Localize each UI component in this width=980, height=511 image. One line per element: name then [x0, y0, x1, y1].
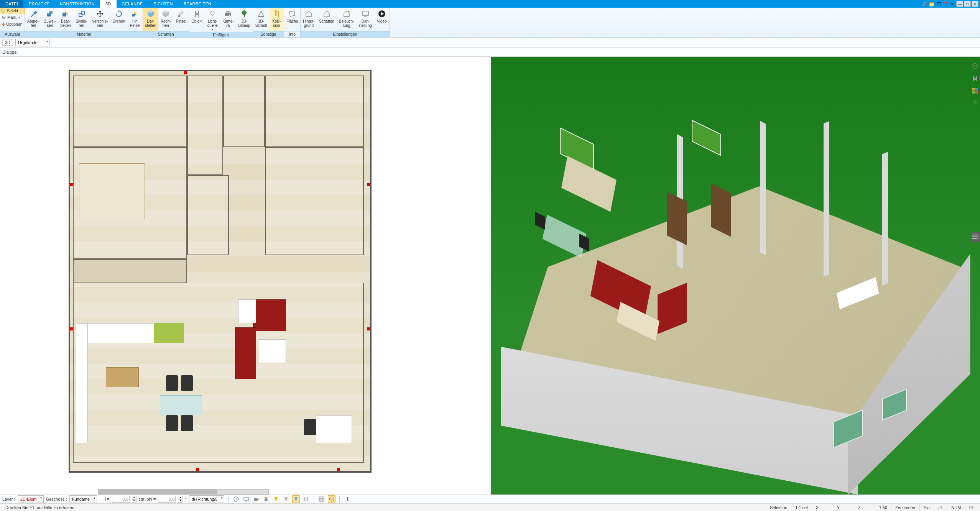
btn-3dbitmap[interactable]: 3D- Bitmap [236, 8, 253, 32]
move-icon [95, 9, 105, 19]
lbl-verschieben: Verschie- ben [92, 19, 108, 28]
view-tab-3d[interactable]: 3D [2, 39, 13, 46]
btn-hinpinsel[interactable]: Hin. Pinsel [127, 8, 143, 31]
auswahl-selekt[interactable]: Selekt [0, 7, 25, 14]
tree-view-icon[interactable] [971, 99, 979, 107]
btn-darstellen[interactable]: Dar- stellen [143, 7, 158, 31]
status-y: Y: [833, 504, 854, 511]
btn-verschieben[interactable]: Verschie- ben [90, 8, 110, 31]
btn-3dschnitt[interactable]: 3D- Schnitt [253, 8, 270, 31]
btn-darstellung[interactable]: Dar- stellung [356, 8, 374, 31]
help-icon[interactable]: ❓ [942, 1, 949, 7]
btn-zuweisen[interactable]: Zuwei- sen [42, 8, 58, 31]
window-icon[interactable]: 🗔 [936, 1, 942, 7]
btn-flaeche[interactable]: Fläche [284, 8, 300, 31]
dropdown-icon[interactable]: ▾ [949, 1, 955, 7]
svg-rect-12 [198, 11, 199, 17]
svg-rect-43 [347, 497, 348, 498]
palette-icon[interactable] [971, 87, 979, 95]
svg-rect-19 [244, 15, 245, 17]
svg-rect-44 [347, 498, 348, 501]
group-einstellungen-label: Einstellungen [301, 31, 389, 37]
menu-3d[interactable]: 3D [100, 0, 117, 8]
richtung-combo[interactable] [189, 495, 224, 503]
monitor-small-icon[interactable] [242, 495, 250, 503]
btn-lichtquelle[interactable]: Licht- quelle▾ [205, 8, 220, 32]
layers-outline-icon[interactable] [302, 495, 310, 503]
btn-schatten-set[interactable]: Schatten [317, 8, 336, 31]
menu-datei[interactable]: DATEI [0, 0, 23, 8]
clock-icon[interactable] [232, 495, 240, 503]
phi-input[interactable] [158, 496, 176, 503]
lbl-hinpinsel: Hin. Pinsel [130, 19, 140, 28]
btn-bearbeiten[interactable]: Bear- beiten [58, 8, 73, 31]
btn-rechnen[interactable]: Rech- nen [158, 8, 173, 31]
layers-icon[interactable] [971, 62, 979, 71]
info-icon[interactable] [344, 495, 351, 503]
tools-icon[interactable]: 🛠️ [922, 1, 928, 7]
view-2d[interactable] [0, 57, 489, 495]
main-area [0, 57, 980, 495]
status-scale: 1:50 [875, 504, 891, 511]
menu-gelaende[interactable]: GELÄNDE [117, 0, 148, 8]
status-selektion: Selektion [766, 504, 791, 511]
layers-grey-icon[interactable] [282, 495, 290, 503]
plus-icon: ✚ [2, 22, 5, 26]
geschoss-combo[interactable] [69, 495, 97, 503]
layers-blue-icon[interactable] [292, 495, 300, 503]
monitor-icon [360, 9, 370, 19]
section-icon [256, 9, 266, 19]
auswahl-mark[interactable]: Mark.▾ [0, 14, 25, 21]
btn-objekt[interactable]: Objekt [189, 8, 205, 32]
target-icon [2, 15, 6, 20]
group-einstellungen: Hinter- grund Schatten Beleuch- tung Dar… [301, 8, 390, 37]
camera-small-icon[interactable] [252, 495, 260, 503]
group-sonstige-label: Sonstige [253, 31, 284, 37]
btn-skalieren[interactable]: Skalie- ren [73, 8, 90, 31]
btn-beleuchtung[interactable]: Beleuch- tung [337, 8, 356, 31]
l-input[interactable] [112, 496, 130, 503]
svg-rect-14 [212, 15, 213, 16]
floor-plan[interactable] [69, 70, 372, 473]
maximize-button[interactable]: □ [964, 1, 971, 7]
auswahl-optionen[interactable]: ✚ Optionen [0, 21, 25, 28]
scale-icon [77, 9, 87, 19]
menu-sichten[interactable]: SICHTEN [148, 0, 178, 8]
minimize-button[interactable]: — [956, 1, 963, 7]
l-label: l = [105, 497, 110, 501]
view-3d[interactable] [491, 57, 980, 495]
svg-point-17 [228, 11, 230, 13]
layers-yellow-icon[interactable] [272, 495, 280, 503]
btn-video[interactable]: Video [374, 8, 390, 31]
layer-combo[interactable] [18, 495, 44, 503]
btn-abgreifen[interactable]: Abgrei- fen [25, 8, 42, 31]
tools-bar: Layer : Geschoss : l = ▲▼ cm phi = ▲▼ ° … [0, 495, 980, 503]
grid-icon[interactable] [318, 495, 326, 503]
svg-rect-26 [364, 16, 367, 16]
combo-urgel[interactable] [15, 39, 50, 46]
l-spinner[interactable]: ▲▼ [132, 496, 136, 503]
layers-colored-icon[interactable] [262, 495, 270, 503]
folder-icon[interactable]: 🗂️ [929, 1, 935, 7]
close-button[interactable]: × [972, 1, 978, 7]
view2d-hscrollbar[interactable] [98, 489, 269, 495]
btn-drehen[interactable]: Drehen [110, 8, 128, 31]
svg-rect-11 [195, 11, 196, 17]
menu-konstruktion[interactable]: KONSTRUKTION [54, 0, 100, 8]
btn-kamera[interactable]: Kame- ra [220, 8, 236, 32]
btn-kollision[interactable]: Kolli- sion [269, 7, 284, 31]
tree-icon [239, 9, 249, 19]
menu-projekt[interactable]: PROJEKT [23, 0, 54, 8]
side-panel-handle[interactable] [971, 232, 980, 242]
chair-view-icon[interactable] [971, 74, 979, 83]
panel-row-1: 3D [0, 38, 980, 48]
person-icon [271, 9, 281, 19]
phi-spinner[interactable]: ▲▼ [178, 496, 183, 503]
camera-icon [223, 9, 233, 19]
btn-pinsel[interactable]: Pinsel [173, 8, 189, 31]
menu-bearbeiten[interactable]: BEARBEITEN [178, 0, 217, 8]
north-icon[interactable]: N [328, 495, 335, 503]
btn-hintergrund[interactable]: Hinter- grund [301, 8, 317, 31]
edit-icon [61, 9, 71, 19]
status-help: Drücken Sie F1, um Hilfe zu erhalten. [2, 504, 79, 511]
